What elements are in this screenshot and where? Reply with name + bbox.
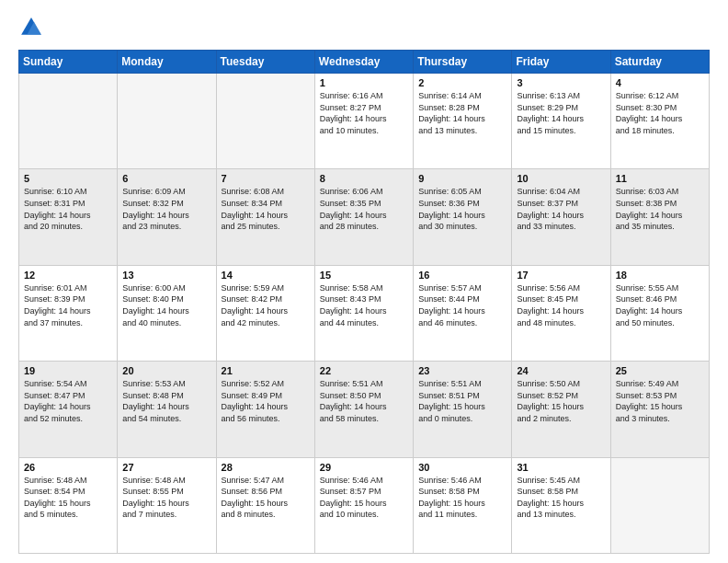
day-number: 7 <box>222 173 310 184</box>
calendar-cell: 22Sunrise: 5:51 AM Sunset: 8:50 PM Dayli… <box>314 362 413 457</box>
day-number: 3 <box>517 77 605 88</box>
day-number: 11 <box>616 173 704 184</box>
calendar-cell <box>216 74 314 169</box>
calendar-cell: 16Sunrise: 5:57 AM Sunset: 8:44 PM Dayli… <box>414 265 512 361</box>
day-info: Sunrise: 5:46 AM Sunset: 8:57 PM Dayligh… <box>320 475 408 521</box>
day-info: Sunrise: 5:50 AM Sunset: 8:52 PM Dayligh… <box>517 378 605 424</box>
calendar-cell: 26Sunrise: 5:48 AM Sunset: 8:54 PM Dayli… <box>19 457 118 553</box>
calendar-cell: 7Sunrise: 6:08 AM Sunset: 8:34 PM Daylig… <box>216 169 314 265</box>
day-info: Sunrise: 6:12 AM Sunset: 8:30 PM Dayligh… <box>616 90 704 136</box>
calendar-cell: 30Sunrise: 5:46 AM Sunset: 8:58 PM Dayli… <box>414 457 512 553</box>
day-number: 5 <box>24 173 112 184</box>
calendar-week-row: 19Sunrise: 5:54 AM Sunset: 8:47 PM Dayli… <box>19 362 710 457</box>
day-info: Sunrise: 6:00 AM Sunset: 8:40 PM Dayligh… <box>122 282 210 328</box>
day-info: Sunrise: 6:13 AM Sunset: 8:29 PM Dayligh… <box>517 90 605 136</box>
calendar-cell: 4Sunrise: 6:12 AM Sunset: 8:30 PM Daylig… <box>610 74 709 169</box>
header-monday: Monday <box>118 51 216 74</box>
day-info: Sunrise: 6:14 AM Sunset: 8:28 PM Dayligh… <box>418 90 506 136</box>
calendar-cell: 8Sunrise: 6:06 AM Sunset: 8:35 PM Daylig… <box>314 169 413 265</box>
day-info: Sunrise: 6:01 AM Sunset: 8:39 PM Dayligh… <box>24 282 112 328</box>
day-info: Sunrise: 5:57 AM Sunset: 8:44 PM Dayligh… <box>418 282 506 328</box>
page: Sunday Monday Tuesday Wednesday Thursday… <box>0 0 728 563</box>
calendar-cell: 29Sunrise: 5:46 AM Sunset: 8:57 PM Dayli… <box>314 457 413 553</box>
day-number: 24 <box>517 365 605 376</box>
calendar-cell <box>118 74 216 169</box>
header-wednesday: Wednesday <box>314 51 413 74</box>
day-number: 14 <box>222 270 310 281</box>
calendar-cell: 23Sunrise: 5:51 AM Sunset: 8:51 PM Dayli… <box>414 362 512 457</box>
day-number: 19 <box>24 365 112 376</box>
calendar-cell: 12Sunrise: 6:01 AM Sunset: 8:39 PM Dayli… <box>19 265 118 361</box>
calendar-cell: 25Sunrise: 5:49 AM Sunset: 8:53 PM Dayli… <box>610 362 709 457</box>
day-number: 10 <box>517 173 605 184</box>
day-info: Sunrise: 5:56 AM Sunset: 8:45 PM Dayligh… <box>517 282 605 328</box>
calendar-cell: 3Sunrise: 6:13 AM Sunset: 8:29 PM Daylig… <box>512 74 610 169</box>
day-number: 23 <box>418 365 506 376</box>
day-info: Sunrise: 5:53 AM Sunset: 8:48 PM Dayligh… <box>122 378 210 424</box>
day-number: 4 <box>616 77 704 88</box>
calendar-cell: 14Sunrise: 5:59 AM Sunset: 8:42 PM Dayli… <box>216 265 314 361</box>
day-number: 2 <box>418 77 506 88</box>
calendar-cell: 19Sunrise: 5:54 AM Sunset: 8:47 PM Dayli… <box>19 362 118 457</box>
day-number: 27 <box>122 462 210 473</box>
day-number: 15 <box>320 270 408 281</box>
day-number: 31 <box>517 462 605 473</box>
day-number: 18 <box>616 270 704 281</box>
day-info: Sunrise: 5:49 AM Sunset: 8:53 PM Dayligh… <box>616 378 704 424</box>
day-info: Sunrise: 6:05 AM Sunset: 8:36 PM Dayligh… <box>418 186 506 232</box>
day-info: Sunrise: 5:46 AM Sunset: 8:58 PM Dayligh… <box>418 475 506 521</box>
day-number: 21 <box>222 365 310 376</box>
calendar-cell <box>610 457 709 553</box>
header <box>18 15 710 40</box>
day-number: 26 <box>24 462 112 473</box>
day-number: 17 <box>517 270 605 281</box>
day-number: 20 <box>122 365 210 376</box>
header-saturday: Saturday <box>610 51 709 74</box>
day-number: 29 <box>320 462 408 473</box>
header-tuesday: Tuesday <box>216 51 314 74</box>
day-number: 1 <box>320 77 408 88</box>
day-info: Sunrise: 5:52 AM Sunset: 8:49 PM Dayligh… <box>222 378 310 424</box>
day-number: 16 <box>418 270 506 281</box>
calendar-header-row: Sunday Monday Tuesday Wednesday Thursday… <box>19 51 710 74</box>
day-info: Sunrise: 5:45 AM Sunset: 8:58 PM Dayligh… <box>517 475 605 521</box>
calendar-cell: 6Sunrise: 6:09 AM Sunset: 8:32 PM Daylig… <box>118 169 216 265</box>
day-number: 12 <box>24 270 112 281</box>
calendar-cell: 28Sunrise: 5:47 AM Sunset: 8:56 PM Dayli… <box>216 457 314 553</box>
day-info: Sunrise: 6:10 AM Sunset: 8:31 PM Dayligh… <box>24 186 112 232</box>
day-info: Sunrise: 5:59 AM Sunset: 8:42 PM Dayligh… <box>222 282 310 328</box>
day-info: Sunrise: 5:51 AM Sunset: 8:51 PM Dayligh… <box>418 378 506 424</box>
day-info: Sunrise: 5:58 AM Sunset: 8:43 PM Dayligh… <box>320 282 408 328</box>
calendar-cell: 5Sunrise: 6:10 AM Sunset: 8:31 PM Daylig… <box>19 169 118 265</box>
day-number: 9 <box>418 173 506 184</box>
calendar-table: Sunday Monday Tuesday Wednesday Thursday… <box>18 50 710 554</box>
calendar-cell: 15Sunrise: 5:58 AM Sunset: 8:43 PM Dayli… <box>314 265 413 361</box>
day-info: Sunrise: 6:06 AM Sunset: 8:35 PM Dayligh… <box>320 186 408 232</box>
day-number: 8 <box>320 173 408 184</box>
header-friday: Friday <box>512 51 610 74</box>
day-info: Sunrise: 6:16 AM Sunset: 8:27 PM Dayligh… <box>320 90 408 136</box>
day-info: Sunrise: 5:48 AM Sunset: 8:55 PM Dayligh… <box>122 475 210 521</box>
day-number: 28 <box>222 462 310 473</box>
calendar-cell: 13Sunrise: 6:00 AM Sunset: 8:40 PM Dayli… <box>118 265 216 361</box>
calendar-cell: 20Sunrise: 5:53 AM Sunset: 8:48 PM Dayli… <box>118 362 216 457</box>
day-info: Sunrise: 5:54 AM Sunset: 8:47 PM Dayligh… <box>24 378 112 424</box>
day-number: 30 <box>418 462 506 473</box>
calendar-cell: 24Sunrise: 5:50 AM Sunset: 8:52 PM Dayli… <box>512 362 610 457</box>
day-info: Sunrise: 6:04 AM Sunset: 8:37 PM Dayligh… <box>517 186 605 232</box>
calendar-cell: 17Sunrise: 5:56 AM Sunset: 8:45 PM Dayli… <box>512 265 610 361</box>
logo <box>18 15 48 40</box>
day-number: 13 <box>122 270 210 281</box>
day-info: Sunrise: 6:08 AM Sunset: 8:34 PM Dayligh… <box>222 186 310 232</box>
calendar-cell: 10Sunrise: 6:04 AM Sunset: 8:37 PM Dayli… <box>512 169 610 265</box>
day-number: 22 <box>320 365 408 376</box>
calendar-cell: 1Sunrise: 6:16 AM Sunset: 8:27 PM Daylig… <box>314 74 413 169</box>
calendar-cell: 27Sunrise: 5:48 AM Sunset: 8:55 PM Dayli… <box>118 457 216 553</box>
logo-icon <box>18 15 44 40</box>
day-number: 6 <box>122 173 210 184</box>
day-info: Sunrise: 6:03 AM Sunset: 8:38 PM Dayligh… <box>616 186 704 232</box>
header-sunday: Sunday <box>19 51 118 74</box>
calendar-week-row: 5Sunrise: 6:10 AM Sunset: 8:31 PM Daylig… <box>19 169 710 265</box>
calendar-cell: 31Sunrise: 5:45 AM Sunset: 8:58 PM Dayli… <box>512 457 610 553</box>
day-info: Sunrise: 5:47 AM Sunset: 8:56 PM Dayligh… <box>222 475 310 521</box>
